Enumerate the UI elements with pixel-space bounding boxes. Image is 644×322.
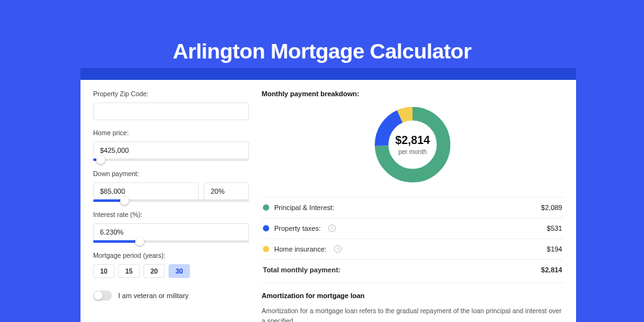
period-option-20[interactable]: 20 xyxy=(143,264,165,278)
calculator-card: Property Zip Code: Home price: Down paym… xyxy=(80,80,576,322)
price-label: Home price: xyxy=(93,129,249,136)
legend-label: Property taxes: xyxy=(274,225,321,232)
legend-row: Principal & Interest:$2,089 xyxy=(262,197,564,218)
price-group: Home price: xyxy=(93,129,249,161)
zip-input[interactable] xyxy=(93,103,249,120)
rate-group: Interest rate (%): xyxy=(93,211,249,243)
down-slider-thumb[interactable] xyxy=(120,196,129,205)
total-row: Total monthly payment: $2,814 xyxy=(262,259,564,282)
down-label: Down payment: xyxy=(93,170,249,177)
price-slider[interactable] xyxy=(93,158,249,161)
info-icon[interactable]: ? xyxy=(328,225,336,232)
legend-label: Principal & Interest: xyxy=(274,204,334,211)
donut-sub: per month xyxy=(398,148,426,155)
amortization-title: Amortization for mortgage loan xyxy=(262,292,564,299)
rate-slider-thumb[interactable] xyxy=(135,237,144,246)
veteran-row: I am veteran or military xyxy=(93,291,249,301)
donut-chart: $2,814 per month xyxy=(262,104,564,186)
period-options: 10152030 xyxy=(93,264,249,278)
period-label: Mortgage period (years): xyxy=(93,252,249,259)
legend-left: Property taxes:? xyxy=(263,225,336,232)
veteran-toggle[interactable] xyxy=(93,291,112,301)
veteran-toggle-knob xyxy=(94,291,103,300)
page-title: Arlington Mortgage Calculator xyxy=(0,39,644,64)
legend-label: Home insurance: xyxy=(274,245,326,253)
donut-amount: $2,814 xyxy=(395,134,430,147)
price-slider-thumb[interactable] xyxy=(96,155,105,164)
rate-slider[interactable] xyxy=(93,240,249,243)
zip-label: Property Zip Code: xyxy=(93,90,249,97)
info-icon[interactable]: ? xyxy=(334,245,341,253)
zip-group: Property Zip Code: xyxy=(93,90,249,120)
legend-row: Property taxes:?$531 xyxy=(262,218,564,238)
down-slider[interactable] xyxy=(93,199,249,202)
total-label: Total monthly payment: xyxy=(263,266,340,274)
legend-row: Home insurance:?$194 xyxy=(262,238,564,259)
legend-value: $194 xyxy=(547,245,562,253)
down-amount-input[interactable] xyxy=(93,182,199,200)
period-option-10[interactable]: 10 xyxy=(93,264,114,278)
legend-dot xyxy=(263,204,269,211)
amortization-text: Amortization for a mortgage loan refers … xyxy=(262,306,564,322)
veteran-label: I am veteran or military xyxy=(118,292,189,299)
legend-value: $2,089 xyxy=(541,204,562,211)
legend: Principal & Interest:$2,089Property taxe… xyxy=(262,197,564,259)
breakdown-column: Monthly payment breakdown: $2,814 per mo… xyxy=(262,90,564,321)
amortization-block: Amortization for mortgage loan Amortizat… xyxy=(262,282,564,322)
down-percent-input[interactable] xyxy=(204,182,249,200)
input-column: Property Zip Code: Home price: Down paym… xyxy=(93,90,249,321)
legend-dot xyxy=(263,246,269,252)
legend-value: $531 xyxy=(547,225,562,232)
rate-slider-fill xyxy=(93,240,140,243)
legend-dot xyxy=(263,225,269,231)
total-value: $2,814 xyxy=(541,266,562,274)
legend-left: Principal & Interest: xyxy=(263,204,334,211)
rate-input[interactable] xyxy=(93,223,249,241)
rate-label: Interest rate (%): xyxy=(93,211,249,218)
down-group: Down payment: xyxy=(93,170,249,202)
donut-center: $2,814 per month xyxy=(372,104,453,186)
period-option-15[interactable]: 15 xyxy=(118,264,140,278)
period-group: Mortgage period (years): 10152030 xyxy=(93,252,249,278)
legend-left: Home insurance:? xyxy=(263,245,341,253)
price-input[interactable] xyxy=(93,142,249,159)
breakdown-title: Monthly payment breakdown: xyxy=(262,90,564,97)
period-option-30[interactable]: 30 xyxy=(169,264,190,278)
